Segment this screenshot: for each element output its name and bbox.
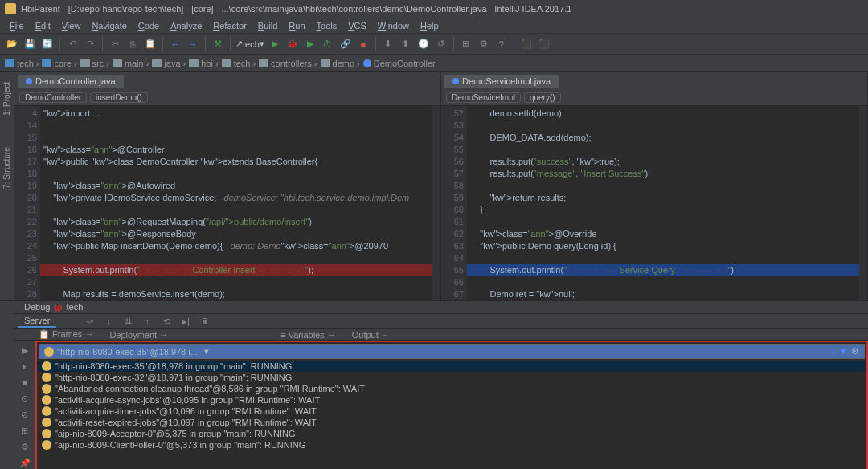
code-left[interactable]: "kw">import ..."kw">class="ann">@Control… bbox=[40, 106, 432, 300]
code-line[interactable] bbox=[467, 276, 859, 288]
code-line[interactable]: System.out.println("----------------- Co… bbox=[40, 264, 432, 276]
profile-icon[interactable]: ⏱ bbox=[321, 37, 335, 51]
step-over-icon[interactable]: ⤻ bbox=[82, 314, 96, 328]
code-line[interactable]: results.put("message", "Insert Success")… bbox=[467, 168, 859, 180]
undo-icon[interactable]: ↶ bbox=[65, 37, 80, 51]
vcs-history-icon[interactable]: 🕐 bbox=[416, 37, 431, 51]
run-to-cursor-icon[interactable]: ▸| bbox=[178, 314, 193, 328]
code-line[interactable]: System.out.println("----------------- Se… bbox=[467, 264, 859, 276]
code-line[interactable] bbox=[40, 276, 432, 288]
bc-class[interactable]: DemoController bbox=[19, 92, 87, 103]
back-icon[interactable]: ← bbox=[168, 37, 182, 51]
menu-refactor[interactable]: Refactor bbox=[208, 21, 252, 31]
crumb-controllers[interactable]: controllers › bbox=[259, 59, 317, 68]
paste-icon[interactable]: 📋 bbox=[143, 37, 158, 51]
bc-method[interactable]: insertDemo() bbox=[90, 92, 148, 103]
help-icon[interactable]: ? bbox=[494, 37, 509, 51]
refresh-icon[interactable]: 🔄 bbox=[40, 37, 55, 51]
bc-method-r[interactable]: query() bbox=[524, 92, 561, 103]
code-line[interactable]: Map results = demoService.insert(demo); bbox=[40, 288, 432, 300]
run-icon[interactable]: ▶ bbox=[268, 37, 282, 51]
gutter-left[interactable]: 4141516171819202122232425262728293031323… bbox=[14, 106, 40, 300]
structure-icon[interactable]: ⊞ bbox=[459, 37, 473, 51]
crumb-demo[interactable]: demo › bbox=[321, 59, 360, 68]
thread-row[interactable]: "ajp-nio-8009-Acceptor-0"@5,375 in group… bbox=[37, 428, 866, 439]
code-line[interactable]: "kw">class="ann">@ResponseBody bbox=[40, 228, 432, 240]
code-line[interactable]: "kw">class="ann">@Autowired bbox=[40, 180, 432, 192]
code-right[interactable]: demo.setId(demo); DEMO_DATA.add(demo); r… bbox=[467, 106, 859, 300]
code-line[interactable] bbox=[467, 144, 859, 156]
server-tab[interactable]: Server bbox=[18, 315, 56, 328]
crumb-java[interactable]: java › bbox=[152, 59, 186, 68]
debug-icon[interactable]: 🐞 bbox=[285, 37, 300, 51]
step-out-icon[interactable]: ↑ bbox=[140, 314, 154, 328]
code-line[interactable]: "kw">class="ann">@Controller bbox=[40, 144, 432, 156]
menu-vcs[interactable]: VCS bbox=[343, 21, 371, 31]
step-into-icon[interactable]: ↓ bbox=[101, 314, 116, 328]
project-tool-tab[interactable]: 1: Project bbox=[2, 102, 11, 116]
code-line[interactable]: "kw">public Demo query(Long id) { bbox=[467, 240, 859, 252]
structure-tool-tab[interactable]: 7: Structure bbox=[2, 175, 11, 189]
layout-icon[interactable]: ⊞ bbox=[18, 424, 31, 437]
thread-row[interactable]: "http-nio-8080-exec-32"@18,971 in group … bbox=[37, 372, 866, 383]
build-icon[interactable]: ⚒ bbox=[211, 37, 225, 51]
vcs-revert-icon[interactable]: ↺ bbox=[434, 37, 448, 51]
force-step-into-icon[interactable]: ⇊ bbox=[121, 314, 135, 328]
crumb-tech[interactable]: tech › bbox=[5, 59, 39, 68]
code-line[interactable]: results.put("success", "kw">true); bbox=[467, 156, 859, 168]
breakpoints-icon[interactable]: ⊙ bbox=[18, 392, 31, 405]
code-line[interactable] bbox=[467, 216, 859, 228]
redo-icon[interactable]: ↷ bbox=[83, 37, 97, 51]
evaluate-icon[interactable]: 🖩 bbox=[198, 314, 212, 328]
code-line[interactable]: "kw">class="ann">@RequestMapping("/api/"… bbox=[40, 216, 432, 228]
crumb-democontroller[interactable]: DemoController bbox=[363, 59, 436, 68]
crumb-core[interactable]: core › bbox=[42, 59, 76, 68]
menu-view[interactable]: View bbox=[57, 21, 86, 31]
open-icon[interactable]: 📂 bbox=[5, 37, 19, 51]
code-line[interactable]: demo.setId(demo); bbox=[467, 108, 859, 120]
code-line[interactable] bbox=[40, 204, 432, 216]
code-line[interactable]: "kw">private IDemoService demoService; d… bbox=[40, 192, 432, 204]
code-line[interactable]: "kw">public "kw">class DemoController "k… bbox=[40, 156, 432, 168]
bc-class-r[interactable]: DemoServiceImpl bbox=[446, 92, 521, 103]
crumb-src[interactable]: src › bbox=[80, 59, 109, 68]
settings-debug-icon[interactable]: ⚙ bbox=[18, 440, 31, 453]
menu-code[interactable]: Code bbox=[133, 21, 164, 31]
menu-tools[interactable]: Tools bbox=[312, 21, 342, 31]
variables-label[interactable]: ≡ Variables → bbox=[280, 330, 336, 340]
coverage-icon[interactable]: ▶ bbox=[303, 37, 317, 51]
code-line[interactable]: } bbox=[467, 204, 859, 216]
resume-icon[interactable]: ⏵ bbox=[18, 360, 31, 373]
thread-row[interactable]: "activiti-acquire-timer-jobs"@10,096 in … bbox=[37, 406, 866, 417]
vcs-commit-icon[interactable]: ⬆ bbox=[399, 37, 413, 51]
editor-tab-democontroller[interactable]: DemoController.java bbox=[18, 75, 124, 88]
run-config-combo[interactable]: ↗ tech ▾ bbox=[235, 37, 264, 51]
crumb-hbi[interactable]: hbi › bbox=[189, 59, 218, 68]
menu-file[interactable]: File bbox=[5, 21, 29, 31]
deployment-label[interactable]: Deployment → bbox=[109, 330, 168, 340]
code-line[interactable]: DEMO_DATA.add(demo); bbox=[467, 132, 859, 144]
code-line[interactable] bbox=[40, 252, 432, 264]
crumb-main[interactable]: main › bbox=[113, 59, 149, 68]
code-line[interactable] bbox=[40, 132, 432, 144]
crumb-tech[interactable]: tech › bbox=[222, 59, 256, 68]
code-line[interactable]: "kw">public Map insertDemo(Demo demo){ d… bbox=[40, 240, 432, 252]
thread-selector[interactable]: "http-nio-8080-exec-35"@18,978 i... ▾ ↑ … bbox=[39, 344, 865, 359]
stop-icon[interactable]: ■ bbox=[356, 37, 371, 51]
frames-label[interactable]: 📋 Frames → bbox=[39, 329, 93, 340]
menu-analyze[interactable]: Analyze bbox=[166, 21, 207, 31]
thread-row[interactable]: "activiti-reset-expired-jobs"@10,097 in … bbox=[37, 417, 866, 428]
thread-row[interactable]: "ajp-nio-8009-ClientPoller-0"@5,373 in g… bbox=[37, 439, 866, 451]
copy-icon[interactable]: ⎘ bbox=[125, 37, 140, 51]
editor-tab-demoserviceimpl[interactable]: DemoServiceImpl.java bbox=[444, 75, 559, 88]
menu-edit[interactable]: Edit bbox=[31, 21, 55, 31]
code-line[interactable] bbox=[467, 180, 859, 192]
mute-bp-icon[interactable]: ⊘ bbox=[18, 408, 31, 421]
stop-debug-icon[interactable]: ■ bbox=[18, 376, 31, 389]
forward-icon[interactable]: → bbox=[186, 37, 200, 51]
code-line[interactable] bbox=[467, 252, 859, 264]
menu-navigate[interactable]: Navigate bbox=[87, 21, 131, 31]
gutter-right[interactable]: 5253545556575859606162636465666768697071… bbox=[441, 106, 467, 300]
debug-tab[interactable]: Debug 🐞 tech bbox=[18, 301, 89, 313]
cut-icon[interactable]: ✂ bbox=[108, 37, 122, 51]
